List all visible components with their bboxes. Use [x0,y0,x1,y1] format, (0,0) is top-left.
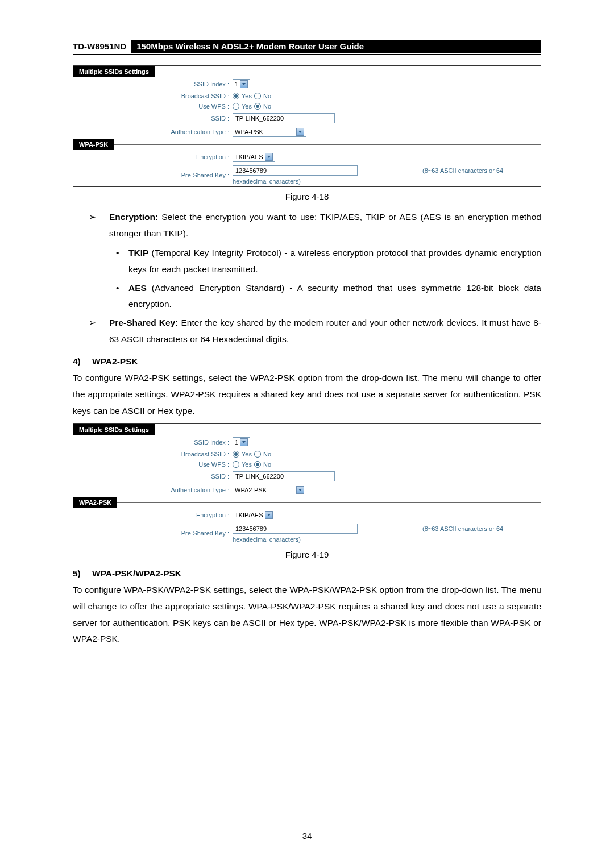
broadcast-no-label-2: No [263,451,271,458]
wps-yes-label: Yes [242,103,252,110]
encryption-select[interactable]: TKIP/AES [233,152,275,162]
auth-type-value: WPA-PSK [235,128,263,135]
encryption-label-2: Encryption : [73,512,233,518]
section-header-multiple-ssids-2: Multiple SSIDs Settings [73,424,155,435]
encryption-value: TKIP/AES [235,153,263,160]
page-number: 34 [0,831,614,841]
chevron-down-icon [240,438,248,446]
auth-type-label: Authentication Type : [73,128,233,135]
chevron-down-icon [265,511,273,519]
figure-caption-419: Figure 4-19 [73,550,541,559]
broadcast-ssid-label-2: Broadcast SSID : [73,451,233,458]
key-note-1: (8~63 ASCII characters or 64 [422,167,503,174]
ssid-index-select-2[interactable]: 1 [233,437,250,447]
guide-title: 150Mbps Wireless N ADSL2+ Modem Router U… [131,40,541,53]
ssid-input[interactable] [233,113,335,123]
encryption-bullet: Encryption: Select the encryption you wa… [89,209,541,242]
ssid-label: SSID : [73,115,233,122]
model-number: TD-W8951ND [73,41,126,51]
wps-yes-radio[interactable] [233,103,239,110]
router-config-panel-1: Multiple SSIDs Settings SSID Index : 1 B… [73,65,541,187]
chevron-down-icon [296,486,304,494]
heading-4: 4)WPA2-PSK [73,356,541,367]
ssid-index-value: 1 [235,81,238,88]
broadcast-no-label: No [263,93,271,99]
router-config-panel-2: Multiple SSIDs Settings SSID Index : 1 B… [73,423,541,545]
tkip-text: (Temporal Key Integrity Protocol) - a wi… [128,248,541,274]
heading-5: 5)WPA-PSK/WPA2-PSK [73,568,541,579]
broadcast-no-radio[interactable] [254,93,261,99]
tkip-bold: TKIP [128,248,148,258]
chevron-down-icon [296,128,304,136]
encryption-text: Select the encryption you want to use: T… [109,212,541,238]
preshared-key-input[interactable] [233,165,358,176]
aes-bold: AES [128,283,147,293]
sub-list: TKIP (Temporal Key Integrity Protocol) -… [73,245,541,313]
tkip-bullet: TKIP (Temporal Key Integrity Protocol) -… [113,245,541,277]
key-note-2b: hexadecimal characters) [233,536,541,543]
section-header-multiple-ssids: Multiple SSIDs Settings [73,66,155,77]
ssid-index-value-2: 1 [235,439,238,446]
page-header: TD-W8951ND 150Mbps Wireless N ADSL2+ Mod… [73,40,541,53]
heading-5-num: 5) [73,568,92,579]
encryption-label: Encryption : [73,153,233,160]
figure-caption-418: Figure 4-18 [73,192,541,201]
psk-bullet: Pre-Shared Key: Enter the key shared by … [89,315,541,347]
encryption-select-2[interactable]: TKIP/AES [233,510,275,520]
auth-type-value-2: WPA2-PSK [235,487,267,493]
content-list-1: Encryption: Select the encryption you wa… [73,209,541,242]
section-header-wpa-psk: WPA-PSK [73,139,114,150]
auth-type-select[interactable]: WPA-PSK [233,127,306,137]
preshared-key-label-2: Pre-Shared Key : [73,530,233,537]
use-wps-label: Use WPS : [73,103,233,110]
use-wps-label-2: Use WPS : [73,461,233,468]
heading-5-text: WPA-PSK/WPA2-PSK [92,568,181,578]
ssid-input-2[interactable] [233,471,335,481]
broadcast-no-radio-2[interactable] [254,451,261,458]
encryption-value-2: TKIP/AES [235,512,263,518]
broadcast-yes-radio-2[interactable] [233,451,239,458]
broadcast-yes-radio[interactable] [233,93,239,99]
encryption-bold: Encryption: [109,212,158,222]
wps-no-label: No [263,103,271,110]
broadcast-yes-label: Yes [242,93,252,99]
auth-type-label-2: Authentication Type : [73,487,233,493]
preshared-key-label: Pre-Shared Key : [73,172,233,178]
key-note-1b: (8~63 ASCII characters or 64 [422,525,503,532]
broadcast-yes-label-2: Yes [242,451,252,458]
wps-yes-radio-2[interactable] [233,461,239,468]
heading-4-num: 4) [73,356,92,367]
para-wpa2psk: To configure WPA2-PSK settings, select t… [73,370,541,419]
auth-type-select-2[interactable]: WPA2-PSK [233,485,306,495]
chevron-down-icon [240,80,248,88]
wps-no-label-2: No [263,461,271,468]
aes-bullet: AES (Advanced Encryption Standard) - A s… [113,280,541,313]
wps-yes-label-2: Yes [242,461,252,468]
wps-no-radio-2[interactable] [254,461,261,468]
ssid-label-2: SSID : [73,473,233,480]
key-note-2: hexadecimal characters) [233,178,541,185]
ssid-index-label-2: SSID Index : [73,439,233,446]
broadcast-ssid-label: Broadcast SSID : [73,93,233,99]
ssid-index-label: SSID Index : [73,81,233,88]
content-list-2: Pre-Shared Key: Enter the key shared by … [73,315,541,347]
preshared-key-input-2[interactable] [233,524,358,534]
chevron-down-icon [265,153,273,161]
aes-text: (Advanced Encryption Standard) - A secur… [128,283,541,309]
section-header-wpa2-psk: WPA2-PSK [73,497,117,508]
wps-no-radio[interactable] [254,103,261,110]
psk-bold: Pre-Shared Key: [109,318,178,327]
header-underline [73,54,541,55]
ssid-index-select[interactable]: 1 [233,79,250,89]
para-wpapsk-wpa2psk: To configure WPA-PSK/WPA2-PSK settings, … [73,582,541,647]
heading-4-text: WPA2-PSK [92,356,138,366]
